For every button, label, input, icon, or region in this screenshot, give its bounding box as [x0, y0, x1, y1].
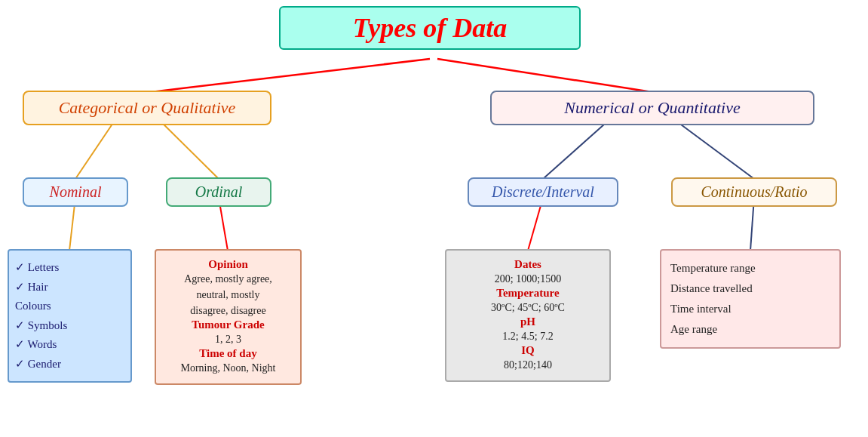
numerical-text: Numerical or Quantitative — [564, 98, 740, 117]
nominal-item-5: ✓ Words — [15, 335, 124, 355]
numerical-box: Numerical or Quantitative — [490, 91, 814, 125]
discrete-ph-label: pH — [452, 315, 603, 328]
continuous-text: Continuous/Ratio — [701, 183, 807, 200]
discrete-dates-val: 200; 1000;1500 — [452, 271, 603, 287]
continuous-item-3: Time interval — [670, 299, 830, 319]
continuous-item-2: Distance travelled — [670, 279, 830, 299]
nominal-item-6: ✓ Gender — [15, 355, 124, 374]
continuous-item-4: Age range — [670, 319, 830, 340]
continuous-item-1: Temperature range — [670, 258, 830, 279]
nominal-item-4: ✓ Symbols — [15, 316, 124, 336]
nominal-content: ✓ Letters ✓ Hair Colours ✓ Symbols ✓ Wor… — [8, 249, 132, 383]
ordinal-text: Ordinal — [195, 183, 243, 200]
diagram: Types of Data Categorical or Qualitative… — [0, 0, 868, 437]
ordinal-tumour-val: 1, 2, 3 — [162, 331, 294, 347]
continuous-content: Temperature range Distance travelled Tim… — [660, 249, 841, 349]
discrete-box: Discrete/Interval — [468, 177, 618, 207]
discrete-dates-label: Dates — [452, 258, 603, 271]
categorical-box: Categorical or Qualitative — [23, 91, 271, 125]
ordinal-opinion-3: disagree, disagree — [162, 303, 294, 319]
discrete-ph-val: 1.2; 4.5; 7.2 — [452, 328, 603, 344]
discrete-content: Dates 200; 1000;1500 Temperature 30ºC; 4… — [445, 249, 611, 382]
nominal-item-3: Colours — [15, 297, 124, 316]
title-box: Types of Data — [279, 6, 581, 50]
ordinal-box: Ordinal — [166, 177, 271, 207]
discrete-temp-label: Temperature — [452, 287, 603, 300]
ordinal-opinion-1: Agree, mostly agree, — [162, 271, 294, 287]
ordinal-opinion-label: Opinion — [162, 258, 294, 271]
ordinal-timeofday-label: Time of day — [162, 347, 294, 360]
nominal-item-2: ✓ Hair — [15, 278, 124, 297]
ordinal-content: Opinion Agree, mostly agree, neutral, mo… — [155, 249, 302, 385]
ordinal-opinion-2: neutral, mostly — [162, 287, 294, 303]
nominal-box: Nominal — [23, 177, 128, 207]
discrete-iq-val: 80;120;140 — [452, 357, 603, 373]
nominal-item-1: ✓ Letters — [15, 258, 124, 278]
ordinal-timeofday-val: Morning, Noon, Night — [162, 360, 294, 376]
discrete-text: Discrete/Interval — [492, 183, 594, 200]
discrete-temp-val: 30ºC; 45ºC; 60ºC — [452, 300, 603, 315]
title-text: Types of Data — [353, 13, 508, 43]
svg-line-0 — [151, 59, 430, 92]
discrete-iq-label: IQ — [452, 344, 603, 357]
svg-line-1 — [437, 59, 652, 92]
continuous-box: Continuous/Ratio — [671, 177, 837, 207]
categorical-text: Categorical or Qualitative — [59, 98, 236, 117]
nominal-text: Nominal — [50, 183, 102, 200]
ordinal-tumour-label: Tumour Grade — [162, 319, 294, 331]
